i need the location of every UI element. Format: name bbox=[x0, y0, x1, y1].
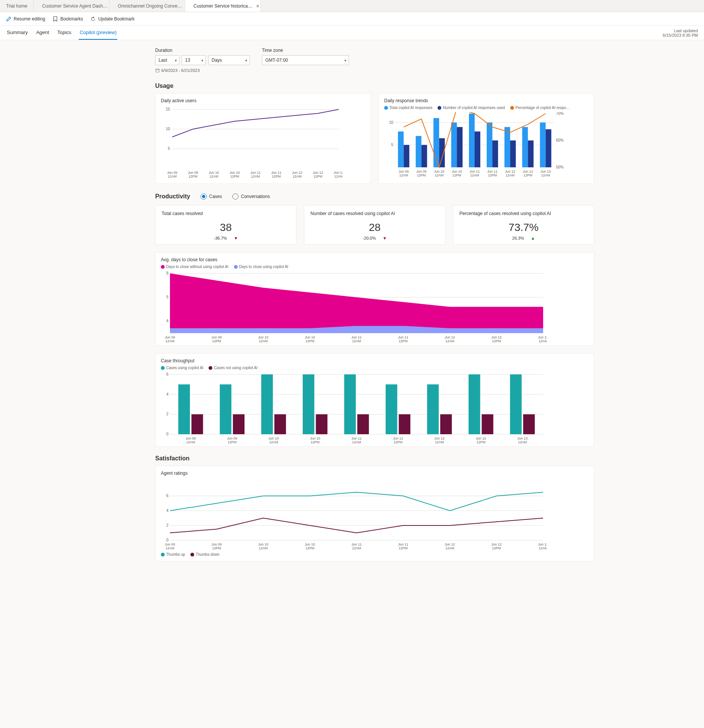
triangle-down-icon: ▼ bbox=[383, 236, 387, 240]
svg-text:Jun 10: Jun 10 bbox=[258, 335, 268, 339]
svg-rect-124 bbox=[399, 414, 411, 434]
section-usage-title: Usage bbox=[155, 83, 594, 89]
chart-avgdays: 456Jun 0912AMJun 0912PMJun 1012AMJun 101… bbox=[161, 271, 547, 343]
svg-text:Jun 13: Jun 13 bbox=[538, 542, 547, 546]
svg-text:12PM: 12PM bbox=[492, 546, 501, 550]
svg-text:12PM: 12PM bbox=[212, 546, 221, 550]
svg-text:Jun 11: Jun 11 bbox=[351, 542, 361, 546]
svg-text:12AM: 12AM bbox=[352, 339, 361, 343]
svg-rect-45 bbox=[398, 131, 403, 167]
svg-text:Jun 12: Jun 12 bbox=[313, 171, 323, 175]
svg-text:12AM: 12AM bbox=[539, 339, 547, 343]
resume-editing-button[interactable]: Resume editing bbox=[6, 16, 45, 22]
card-ratings: Agent ratings 0246Jun 0912AMJun 0912PMJu… bbox=[155, 466, 594, 561]
svg-rect-115 bbox=[220, 384, 232, 434]
svg-text:Jun 09: Jun 09 bbox=[416, 170, 427, 173]
svg-text:6: 6 bbox=[166, 372, 168, 376]
svg-text:Jun 12: Jun 12 bbox=[435, 436, 445, 440]
triangle-down-icon: ▼ bbox=[234, 236, 238, 240]
app-tabbar: Trial home Customer Service Agent Dash… … bbox=[0, 0, 704, 12]
svg-text:12AM: 12AM bbox=[165, 339, 174, 343]
chart-throughput: 0246Jun 0912AMJun 0912PMJun 1012AMJun 10… bbox=[161, 372, 547, 444]
svg-text:12AM: 12AM bbox=[435, 440, 444, 444]
svg-text:12PM: 12PM bbox=[488, 173, 497, 177]
svg-text:12AM: 12AM bbox=[470, 173, 479, 177]
svg-text:12AM: 12AM bbox=[259, 339, 268, 343]
svg-text:12AM: 12AM bbox=[399, 173, 408, 177]
svg-text:Jun 12: Jun 12 bbox=[445, 335, 455, 339]
svg-text:Jun 12: Jun 12 bbox=[292, 171, 302, 175]
svg-text:6: 6 bbox=[166, 271, 168, 275]
duration-unit-select[interactable]: Days bbox=[208, 55, 250, 65]
svg-text:12PM: 12PM bbox=[230, 175, 239, 178]
svg-text:Jun 09: Jun 09 bbox=[212, 335, 222, 339]
svg-text:Jun 10: Jun 10 bbox=[310, 436, 320, 440]
svg-text:Jun 12: Jun 12 bbox=[523, 170, 533, 173]
toolbar: Resume editing Bookmarks Update Bookmark bbox=[0, 12, 704, 26]
subtab-agent[interactable]: Agent bbox=[36, 26, 50, 40]
svg-text:Jun 12: Jun 12 bbox=[445, 542, 455, 546]
svg-text:Jun 09: Jun 09 bbox=[185, 436, 196, 440]
chart-title: Daily active users bbox=[161, 98, 365, 103]
kpi-total-cases: Total cases resolved 38 -36.7%▼ bbox=[155, 205, 296, 245]
svg-text:0: 0 bbox=[166, 538, 168, 542]
svg-text:Jun 09: Jun 09 bbox=[399, 170, 409, 173]
svg-text:12PM: 12PM bbox=[477, 440, 486, 444]
radio-cases[interactable]: Cases bbox=[201, 193, 222, 200]
chart-dau: 51015Jun 0912AMJun 0912PMJun 1012AMJun 1… bbox=[161, 106, 343, 181]
card-avg-days: Avg. days to close for cases Days to clo… bbox=[155, 252, 594, 346]
subtab-summary[interactable]: Summary bbox=[6, 26, 29, 40]
svg-text:70%: 70% bbox=[556, 112, 564, 115]
svg-text:0: 0 bbox=[166, 432, 168, 436]
svg-text:Jun 13: Jun 13 bbox=[538, 335, 547, 339]
svg-text:Jun 12: Jun 12 bbox=[505, 170, 515, 173]
svg-text:12PM: 12PM bbox=[272, 175, 281, 178]
tab-trial-home[interactable]: Trial home bbox=[0, 0, 34, 12]
svg-text:12PM: 12PM bbox=[188, 175, 198, 178]
svg-rect-122 bbox=[357, 414, 369, 434]
tab-cs-agent-dash[interactable]: Customer Service Agent Dash… bbox=[34, 0, 109, 12]
svg-text:2: 2 bbox=[166, 523, 168, 527]
timezone-label: Time zone bbox=[262, 48, 349, 53]
triangle-up-icon: ▲ bbox=[531, 236, 535, 240]
svg-text:12AM: 12AM bbox=[352, 440, 361, 444]
svg-text:60%: 60% bbox=[556, 138, 564, 142]
svg-text:Jun 09: Jun 09 bbox=[167, 171, 177, 175]
svg-rect-48 bbox=[421, 145, 427, 167]
svg-text:Jun 13: Jun 13 bbox=[517, 436, 528, 440]
svg-text:12AM: 12AM bbox=[168, 175, 177, 178]
svg-text:5: 5 bbox=[391, 143, 393, 147]
duration-n-select[interactable]: 13 bbox=[182, 55, 206, 65]
svg-text:4: 4 bbox=[166, 392, 168, 396]
close-icon[interactable]: × bbox=[256, 3, 259, 9]
svg-text:12PM: 12PM bbox=[311, 440, 320, 444]
subtabs-row: Summary Agent Topics Copilot (preview) L… bbox=[0, 26, 704, 40]
svg-rect-46 bbox=[403, 145, 409, 167]
svg-text:Jun 11: Jun 11 bbox=[250, 171, 260, 175]
svg-text:12PM: 12PM bbox=[523, 173, 533, 177]
subtab-copilot[interactable]: Copilot (preview) bbox=[79, 26, 117, 40]
svg-text:5: 5 bbox=[166, 295, 168, 299]
radio-conversations[interactable]: Conversations bbox=[232, 193, 270, 200]
bookmarks-button[interactable]: Bookmarks bbox=[53, 16, 83, 22]
svg-text:Jun 10: Jun 10 bbox=[209, 171, 219, 175]
svg-rect-120 bbox=[316, 414, 327, 434]
tab-omnichannel[interactable]: Omnichannel Ongoing Conve… bbox=[109, 0, 185, 12]
duration-last-select[interactable]: Last bbox=[155, 55, 179, 65]
svg-rect-50 bbox=[439, 138, 445, 167]
svg-text:12AM: 12AM bbox=[186, 440, 195, 444]
svg-text:12PM: 12PM bbox=[417, 173, 426, 177]
svg-rect-47 bbox=[416, 136, 421, 167]
update-bookmark-button[interactable]: Update Bookmark bbox=[90, 16, 134, 22]
svg-text:12PM: 12PM bbox=[228, 440, 237, 444]
section-satisfaction-title: Satisfaction bbox=[155, 455, 594, 462]
svg-rect-53 bbox=[469, 114, 475, 167]
timezone-select[interactable]: GMT-07:00 bbox=[262, 55, 349, 65]
svg-rect-127 bbox=[469, 374, 480, 434]
svg-text:Jun 13: Jun 13 bbox=[540, 170, 551, 173]
svg-text:10: 10 bbox=[166, 127, 170, 131]
tab-cs-historical[interactable]: Customer Service historica… × bbox=[185, 0, 261, 12]
subtab-topics[interactable]: Topics bbox=[57, 26, 72, 40]
svg-rect-117 bbox=[261, 374, 273, 434]
svg-text:12AM: 12AM bbox=[209, 175, 218, 178]
